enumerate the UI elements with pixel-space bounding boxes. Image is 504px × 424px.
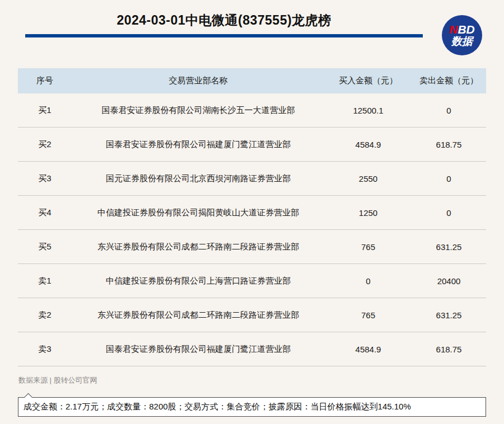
cell-sell-amount: 0	[412, 106, 486, 115]
title-underline	[25, 34, 423, 37]
cell-sell-amount: 618.75	[412, 345, 486, 354]
nbd-logo-subtext: 数据	[451, 36, 473, 47]
cell-buy-amount: 765	[325, 242, 412, 252]
cell-buy-amount: 765	[325, 310, 412, 320]
cell-branch-name: 东兴证券股份有限公司成都二环路南二段路证券营业部	[72, 242, 325, 252]
cell-sell-amount: 618.75	[412, 140, 486, 149]
table-row: 买2国泰君安证券股份有限公司福建厦门鹭江道营业部4584.9618.75	[18, 128, 486, 162]
table-body: 买1国泰君安证券股份有限公司湖南长沙五一大道营业部12500.10买2国泰君安证…	[18, 93, 486, 366]
cell-buy-amount: 4584.9	[325, 345, 412, 354]
table-row: 卖3国泰君安证券股份有限公司福建厦门鹭江道营业部4584.9618.75	[18, 332, 486, 366]
cell-buy-amount: 12500.1	[325, 106, 412, 115]
column-header-branch: 交易营业部名称	[72, 76, 325, 86]
summary-text: 成交金额：2.17万元；成交数量：8200股；交易方式：集合竞价；披露原因：当日…	[24, 402, 411, 412]
nbd-logo-text: NBD	[449, 23, 475, 36]
cell-buy-amount: 2550	[325, 174, 412, 183]
table-row: 买4中信建投证券股份有限公司揭阳黄岐山大道证券营业部12500	[18, 196, 486, 230]
cell-seq: 买3	[18, 173, 72, 184]
cell-seq: 买4	[18, 208, 72, 218]
cell-branch-name: 东兴证券股份有限公司成都二环路南二段路证券营业部	[72, 310, 325, 321]
summary-box: 成交金额：2.17万元；成交数量：8200股；交易方式：集合竞价；披露原因：当日…	[18, 397, 486, 417]
table-row: 买1国泰君安证券股份有限公司湖南长沙五一大道营业部12500.10	[18, 93, 486, 128]
column-header-sell: 卖出金额（元）	[412, 76, 486, 86]
table-row: 买5东兴证券股份有限公司成都二环路南二段路证券营业部765631.25	[18, 230, 486, 264]
cell-sell-amount: 20400	[412, 276, 486, 286]
cell-buy-amount: 1250	[325, 208, 412, 218]
cell-seq: 买1	[18, 105, 72, 116]
cell-buy-amount: 0	[325, 276, 412, 286]
nbd-logo: NBD 数据	[442, 15, 482, 55]
page-title: 2024-03-01中电微通(837555)龙虎榜	[25, 12, 423, 29]
cell-branch-name: 中信建投证券股份有限公司上海营口路证券营业部	[72, 276, 325, 286]
cell-branch-name: 国元证券股份有限公司北京西坝河南路证券营业部	[72, 173, 325, 184]
nbd-logo-bd: BD	[458, 23, 474, 36]
page: 2024-03-01中电微通(837555)龙虎榜 NBD 数据 序号 交易营业…	[0, 0, 504, 424]
table-header-row: 序号 交易营业部名称 买入金额（元） 卖出金额（元）	[18, 68, 486, 93]
table-row: 卖2东兴证券股份有限公司成都二环路南二段路证券营业部765631.25	[18, 298, 486, 332]
lhb-table: 序号 交易营业部名称 买入金额（元） 卖出金额（元） 买1国泰君安证券股份有限公…	[18, 68, 486, 366]
cell-seq: 买5	[18, 242, 72, 252]
cell-sell-amount: 631.25	[412, 310, 486, 320]
cell-seq: 买2	[18, 139, 72, 150]
cell-seq: 卖1	[18, 276, 72, 286]
cell-seq: 卖3	[18, 344, 72, 355]
data-source-label: 数据来源 | 股转公司官网	[18, 375, 97, 385]
table-row: 买3国元证券股份有限公司北京西坝河南路证券营业部25500	[18, 162, 486, 196]
cell-buy-amount: 4584.9	[325, 140, 412, 149]
table-row: 卖1中信建投证券股份有限公司上海营口路证券营业部020400	[18, 264, 486, 298]
summary-box-notch	[24, 393, 33, 402]
nbd-logo-n: N	[449, 23, 458, 36]
cell-branch-name: 国泰君安证券股份有限公司福建厦门鹭江道营业部	[72, 139, 325, 150]
cell-sell-amount: 0	[412, 174, 486, 183]
cell-branch-name: 国泰君安证券股份有限公司湖南长沙五一大道营业部	[72, 105, 325, 116]
cell-seq: 卖2	[18, 310, 72, 321]
cell-sell-amount: 631.25	[412, 242, 486, 252]
cell-sell-amount: 0	[412, 208, 486, 218]
cell-branch-name: 中信建投证券股份有限公司揭阳黄岐山大道证券营业部	[72, 208, 325, 218]
column-header-buy: 买入金额（元）	[325, 76, 412, 86]
column-header-seq: 序号	[18, 76, 72, 86]
cell-branch-name: 国泰君安证券股份有限公司福建厦门鹭江道营业部	[72, 344, 325, 355]
